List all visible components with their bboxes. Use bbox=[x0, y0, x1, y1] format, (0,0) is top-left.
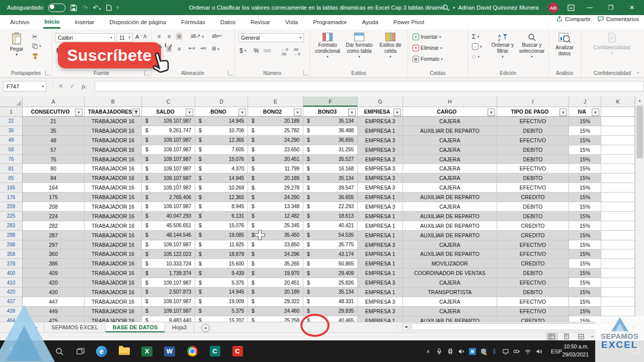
grid-cell[interactable]: $2.765.406 bbox=[142, 193, 195, 202]
wrap-text-icon[interactable]: ab↩ bbox=[210, 33, 223, 39]
row-header[interactable]: 358 bbox=[0, 249, 23, 259]
grid-cell[interactable]: $23.650 bbox=[248, 145, 303, 155]
copy-button[interactable]: ▾ bbox=[32, 43, 41, 49]
grid-cell[interactable]: TRABAJADOR 16 bbox=[85, 183, 142, 193]
grid-cell[interactable]: $25.345 bbox=[248, 221, 303, 231]
grid-cell[interactable]: 430 bbox=[23, 288, 85, 297]
grid-cell[interactable]: $24.460 bbox=[248, 307, 303, 316]
grid-cell[interactable]: DEBITO bbox=[497, 173, 569, 183]
grid-cell[interactable]: 15% bbox=[569, 249, 601, 259]
grid-cell[interactable]: $6.131 bbox=[195, 212, 248, 221]
find-select-button[interactable]: Buscar y seleccionar▾ bbox=[517, 33, 546, 59]
grid-cell[interactable]: CAJERA bbox=[403, 297, 497, 307]
grid-cell[interactable]: TRABAJADOR 16 bbox=[85, 297, 142, 307]
quick-access-caret-icon[interactable]: ▿ bbox=[117, 6, 119, 10]
grid-cell[interactable]: TRABAJADOR 16 bbox=[85, 212, 142, 221]
grid-cell[interactable]: TRABAJADOR 16 bbox=[85, 240, 142, 250]
grid-cell[interactable] bbox=[601, 240, 635, 250]
column-header-j[interactable]: J bbox=[569, 97, 601, 107]
grid-cell[interactable]: DEBITO bbox=[497, 288, 569, 297]
currency-format-icon[interactable]: $ ▾ bbox=[239, 47, 246, 54]
scroll-up-icon[interactable]: ▲ bbox=[635, 97, 644, 104]
grid-cell[interactable]: EMPRESA 1 bbox=[358, 288, 403, 297]
grid-cell[interactable]: MOVILIZADOR bbox=[403, 259, 497, 268]
grid-cell[interactable]: AUXILIAR DE REPARTO bbox=[403, 249, 497, 259]
grid-cell[interactable]: $25.782 bbox=[248, 126, 303, 136]
table-column-header-empresa[interactable]: EMPRESA▼ bbox=[358, 107, 403, 117]
ribbon-tab-archivo[interactable]: Archivo bbox=[9, 17, 30, 28]
grid-cell[interactable] bbox=[601, 268, 635, 278]
grid-cell[interactable]: 15% bbox=[569, 117, 601, 126]
grid-cell[interactable]: DEBITO bbox=[497, 126, 569, 136]
grid-cell[interactable]: 287 bbox=[23, 231, 85, 240]
grid-cell[interactable] bbox=[601, 278, 635, 288]
save-icon[interactable] bbox=[70, 5, 77, 11]
paste-button[interactable]: Pegar▼ bbox=[4, 32, 29, 56]
row-header[interactable]: 22 bbox=[0, 117, 23, 126]
tray-app-blue-icon[interactable] bbox=[467, 340, 478, 362]
grid-cell[interactable]: $25.826 bbox=[303, 278, 358, 288]
grid-cell[interactable]: $7.605 bbox=[195, 145, 248, 155]
grid-cell[interactable]: EFECTIVO bbox=[497, 297, 569, 307]
grid-cell[interactable]: 75 bbox=[23, 155, 85, 164]
row-header[interactable]: 1 bbox=[0, 107, 23, 117]
grid-cell[interactable]: EMPRESA 1 bbox=[358, 259, 403, 268]
grid-cell[interactable]: EMPRESA 1 bbox=[358, 212, 403, 221]
grid-cell[interactable]: TRABAJADOR 16 bbox=[85, 288, 142, 297]
filter-button-tipo-de-pago[interactable]: ▼ bbox=[559, 109, 567, 116]
table-column-header-bono[interactable]: BONO▼ bbox=[195, 107, 248, 117]
grid-cell[interactable] bbox=[601, 307, 635, 316]
grid-cell[interactable] bbox=[601, 231, 635, 240]
grid-cell[interactable]: TRABAJADOR 16 bbox=[85, 164, 142, 173]
grid-cell[interactable]: $109.107.987 bbox=[142, 145, 195, 155]
row-header[interactable]: 420 bbox=[0, 288, 23, 297]
grid-cell[interactable]: CAJERA bbox=[403, 136, 497, 145]
grid-cell[interactable]: $20.451 bbox=[248, 155, 303, 164]
grid-cell[interactable]: $48.144.546 bbox=[142, 231, 195, 240]
grid-cell[interactable]: TRABAJADOR 16 bbox=[85, 173, 142, 183]
cut-button[interactable]: ✂ bbox=[32, 33, 37, 40]
grid-cell[interactable]: EMPRESA 3 bbox=[358, 173, 403, 183]
grid-cell[interactable]: $5.375 bbox=[195, 278, 248, 288]
grid-cell[interactable]: 15% bbox=[569, 278, 601, 288]
grid-cell[interactable]: 420 bbox=[23, 278, 85, 288]
grid-cell[interactable]: $109.107.987 bbox=[142, 164, 195, 173]
tray-printer-icon[interactable] bbox=[445, 340, 456, 362]
grid-cell[interactable]: AUXILIAR DE REPARTO bbox=[403, 193, 497, 202]
decrease-font-icon[interactable]: Aˇ bbox=[143, 34, 149, 39]
row-header[interactable]: 58 bbox=[0, 145, 23, 155]
row-header[interactable]: 76 bbox=[0, 155, 23, 164]
ribbon-tab-ayuda[interactable]: Ayuda bbox=[361, 17, 379, 28]
filter-button-consecutivo[interactable]: ▼ bbox=[75, 109, 83, 116]
table-column-header-iva[interactable]: IVA▼ bbox=[569, 107, 601, 117]
grid-cell[interactable]: AUXILIAR DE REPARTO bbox=[403, 316, 497, 322]
user-avatar[interactable]: AD bbox=[548, 3, 558, 13]
column-header-e[interactable]: E bbox=[248, 97, 303, 107]
grid-cell[interactable]: $15.600 bbox=[195, 259, 248, 268]
conditional-formatting-button[interactable]: Formato condicional▾ bbox=[313, 33, 342, 59]
increase-decimal-icon[interactable]: ←.0.00 bbox=[281, 47, 288, 56]
grid-cell[interactable]: AUXILIAR DE REPARTO bbox=[403, 212, 497, 221]
row-header[interactable]: 176 bbox=[0, 193, 23, 202]
grid-cell[interactable]: EFECTIVO bbox=[497, 240, 569, 250]
undo-icon[interactable]: ↶ ▾ bbox=[93, 5, 101, 11]
sensitivity-button[interactable]: Confidencialidad▾ bbox=[588, 33, 636, 55]
align-right-icon[interactable]: ≡ bbox=[176, 45, 182, 52]
grid-cell[interactable]: $14.945 bbox=[195, 173, 248, 183]
row-header[interactable]: 81 bbox=[0, 164, 23, 173]
format-painter-button[interactable] bbox=[32, 53, 38, 59]
grid-cell[interactable]: TRABAJADOR 16 bbox=[85, 307, 142, 316]
grid-cell[interactable]: EMPRESA 3 bbox=[358, 307, 403, 316]
subscribe-overlay-button[interactable]: Suscríbete bbox=[58, 42, 161, 68]
grid-cell[interactable]: 15% bbox=[569, 259, 601, 268]
column-header-h[interactable]: H bbox=[403, 97, 497, 107]
grid-cell[interactable]: $109.107.987 bbox=[142, 117, 195, 126]
increase-indent-icon[interactable]: ⇥≡ bbox=[198, 45, 208, 51]
grid-cell[interactable]: $39.547 bbox=[303, 183, 358, 193]
sheet-tab-hoja3[interactable]: Hoja3 bbox=[165, 322, 194, 332]
insert-cells-button[interactable]: + Insertar▾ bbox=[413, 34, 441, 40]
row-header[interactable]: 209 bbox=[0, 202, 23, 212]
grid-cell[interactable]: 15% bbox=[569, 212, 601, 221]
ribbon-tab-vista[interactable]: Vista bbox=[284, 17, 299, 28]
grid-cell[interactable]: $15.207 bbox=[195, 316, 248, 322]
